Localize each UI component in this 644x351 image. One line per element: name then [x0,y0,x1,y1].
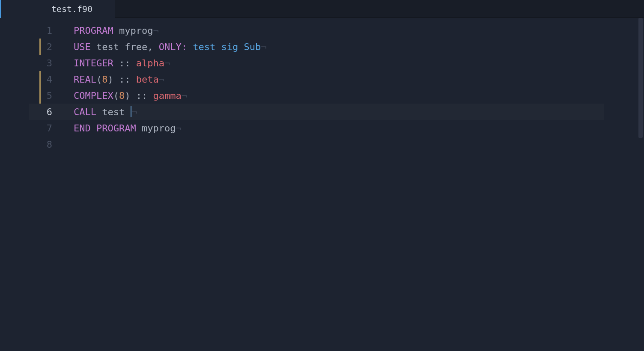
program-name: myprog [142,123,176,134]
variable-name: gamma [153,90,181,101]
keyword: USE [74,42,91,52]
code-rows[interactable]: 1 PROGRAM myprog¬ 2 USE test_free, ONLY:… [29,18,644,152]
scrollbar-vertical-thumb[interactable] [638,18,643,138]
code-text[interactable]: INTEGER :: alpha¬ [74,58,170,68]
line-number: 4 [29,74,57,85]
modified-marker [39,39,41,55]
eol-marker: ¬ [261,42,266,52]
code-text[interactable]: PROGRAM myprog¬ [74,25,159,36]
eol-marker: ¬ [153,25,158,36]
variable-name: alpha [136,58,164,68]
line-number: 6 [29,107,57,117]
tab-active-indicator [0,0,29,18]
eol-marker: ¬ [159,74,164,85]
line-number: 5 [29,90,57,101]
scrollbar-vertical-track[interactable] [638,18,644,348]
code-line[interactable]: 1 PROGRAM myprog¬ [29,22,644,39]
tab-filename: test.f90 [51,4,92,14]
line-number: 3 [29,58,57,68]
code-line[interactable]: 4 REAL(8) :: beta¬ [29,71,644,87]
modified-marker [39,87,41,104]
editor-left-strip [0,18,29,351]
keyword: PROGRAM [74,25,113,36]
tab-bar: test.f90 [0,0,644,18]
code-text[interactable]: REAL(8) :: beta¬ [74,74,164,85]
only-keyword: ONLY [159,42,182,52]
kind-literal: 8 [102,74,107,85]
editor-content[interactable]: 1 PROGRAM myprog¬ 2 USE test_free, ONLY:… [29,18,644,351]
code-line-active[interactable]: 6 CALL test_¬ [29,104,644,120]
type-keyword: INTEGER [74,58,113,68]
code-line[interactable]: 7 END PROGRAM myprog¬ [29,120,644,136]
minimap[interactable] [604,18,638,348]
line-number: 1 [29,25,57,36]
code-text[interactable]: CALL test_¬ [74,106,137,117]
kind-literal: 8 [119,90,125,101]
code-text[interactable]: COMPLEX(8) :: gamma¬ [74,90,187,101]
code-line[interactable]: 5 COMPLEX(8) :: gamma¬ [29,87,644,104]
line-number: 8 [29,139,57,150]
tab-test-f90[interactable]: test.f90 [29,0,115,18]
scrollbar-horizontal-track[interactable] [29,347,638,351]
type-keyword: REAL [74,74,96,85]
program-name: myprog [119,25,153,36]
line-number: 7 [29,123,57,134]
call-target: test_ [102,107,130,117]
editor[interactable]: 1 PROGRAM myprog¬ 2 USE test_free, ONLY:… [0,18,644,351]
variable-name: beta [136,74,159,85]
line-number: 2 [29,42,57,52]
keyword: CALL [74,107,96,117]
code-text[interactable]: USE test_free, ONLY: test_sig_Sub¬ [74,42,266,52]
eol-marker: ¬ [182,90,187,101]
eol-marker: ¬ [131,107,137,117]
keyword: PROGRAM [96,123,136,134]
imported-name: test_sig_Sub [193,42,261,52]
type-keyword: COMPLEX [74,90,113,101]
eol-marker: ¬ [176,123,181,134]
modified-marker [39,71,41,87]
code-line[interactable]: 2 USE test_free, ONLY: test_sig_Sub¬ [29,39,644,55]
code-line[interactable]: 8 [29,136,644,152]
code-line[interactable]: 3 INTEGER :: alpha¬ [29,55,644,71]
tab-empty-area[interactable] [115,0,644,18]
code-text[interactable]: END PROGRAM myprog¬ [74,123,182,134]
eol-marker: ¬ [164,58,170,68]
module-name: test_free [96,42,147,52]
keyword: END [74,123,91,134]
